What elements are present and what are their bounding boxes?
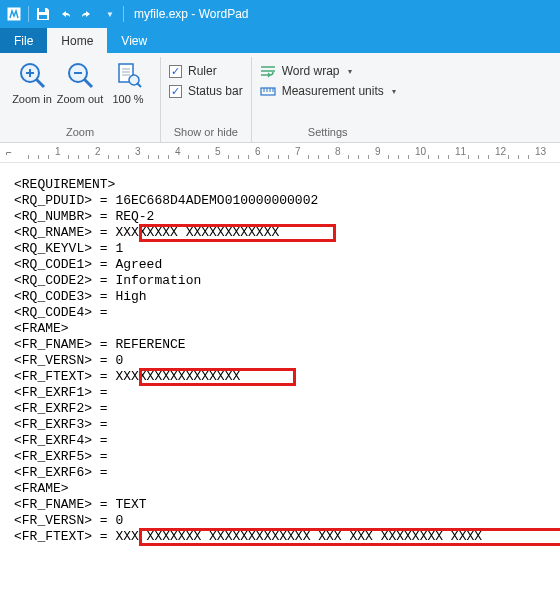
- text-line: <FR_EXRF3> =: [14, 417, 550, 433]
- ruler-number: 4: [175, 146, 181, 157]
- quick-access-toolbar: ▼: [4, 4, 126, 24]
- zoom-100-label: 100 %: [112, 93, 143, 105]
- text-line: <FR_EXRF2> =: [14, 401, 550, 417]
- ruler-number: 13: [535, 146, 546, 157]
- ribbon-tabs: File Home View: [0, 28, 560, 53]
- zoom-out-button[interactable]: Zoom out: [56, 57, 104, 107]
- text-line: <RQ_CODE2> = Information: [14, 273, 550, 289]
- text-line: <FR_FNAME> = TEXT: [14, 497, 550, 513]
- ruler-checkbox[interactable]: ✓ Ruler: [169, 61, 217, 81]
- text-line: <FR_FTEXT> = XXX XXXXXXX XXXXXXXXXXXXX X…: [14, 529, 550, 545]
- ruler-number: 6: [255, 146, 261, 157]
- tab-stop-icon: ⌐: [6, 147, 12, 158]
- ruler-number: 7: [295, 146, 301, 157]
- text-line: <RQ_PDUID> = 16EC668D4ADEMO010000000002: [14, 193, 550, 209]
- redo-icon[interactable]: [77, 4, 97, 24]
- svg-rect-3: [39, 15, 47, 19]
- svg-rect-0: [8, 8, 20, 20]
- text-line: <RQ_KEYVL> = 1: [14, 241, 550, 257]
- highlight-box: [139, 224, 336, 242]
- document-body[interactable]: <REQUIREMENT><RQ_PDUID> = 16EC668D4ADEMO…: [0, 163, 560, 545]
- wordpad-icon[interactable]: [4, 4, 24, 24]
- qat-separator: [28, 6, 29, 22]
- group-zoom: Zoom in Zoom out 100 % Zoom: [0, 57, 161, 142]
- text-line: <RQ_NUMBR> = REQ-2: [14, 209, 550, 225]
- text-line: <FRAME>: [14, 481, 550, 497]
- word-wrap-label: Word wrap: [282, 64, 340, 78]
- tab-home[interactable]: Home: [47, 28, 107, 53]
- ruler-number: 9: [375, 146, 381, 157]
- chevron-down-icon: ▾: [348, 67, 352, 76]
- text-line: <FR_VERSN> = 0: [14, 513, 550, 529]
- qat-separator: [123, 6, 124, 22]
- ruler-number: 11: [455, 146, 466, 157]
- text-line: <RQ_CODE1> = Agreed: [14, 257, 550, 273]
- svg-line-5: [36, 79, 44, 87]
- statusbar-checkbox[interactable]: ✓ Status bar: [169, 81, 243, 101]
- ruler[interactable]: ⌐12345678910111213: [0, 143, 560, 163]
- chevron-down-icon: ▾: [392, 87, 396, 96]
- text-line: <FR_FNAME> = REFERENCE: [14, 337, 550, 353]
- qat-dropdown-icon[interactable]: ▼: [99, 4, 119, 24]
- group-show-label: Show or hide: [169, 124, 243, 142]
- text-line: <FR_EXRF6> =: [14, 465, 550, 481]
- ruler-number: 8: [335, 146, 341, 157]
- save-icon[interactable]: [33, 4, 53, 24]
- tab-file[interactable]: File: [0, 28, 47, 53]
- zoom-out-icon: [64, 59, 96, 91]
- text-line: <FR_EXRF1> =: [14, 385, 550, 401]
- zoom-100-button[interactable]: 100 %: [104, 57, 152, 107]
- wrap-icon: [260, 64, 276, 78]
- group-settings-label: Settings: [260, 124, 396, 142]
- ruler-number: 1: [55, 146, 61, 157]
- zoom-100-icon: [112, 59, 144, 91]
- text-line: <FR_VERSN> = 0: [14, 353, 550, 369]
- checkmark-icon: ✓: [169, 85, 182, 98]
- group-show-hide: ✓ Ruler ✓ Status bar Show or hide: [161, 57, 252, 142]
- text-line: <FR_EXRF5> =: [14, 449, 550, 465]
- measurement-units-button[interactable]: Measurement units ▾: [260, 81, 396, 101]
- statusbar-checkbox-label: Status bar: [188, 84, 243, 98]
- group-zoom-label: Zoom: [8, 124, 152, 142]
- title-bar: ▼ myfile.exp - WordPad: [0, 0, 560, 28]
- text-line: <FRAME>: [14, 321, 550, 337]
- svg-line-16: [137, 83, 141, 87]
- highlight-box: [139, 368, 296, 386]
- ruler-icon: [260, 84, 276, 98]
- text-line: <FR_FTEXT> = XXXXXXXXXXXXXXXX: [14, 369, 550, 385]
- ruler-number: 5: [215, 146, 221, 157]
- zoom-in-button[interactable]: Zoom in: [8, 57, 56, 107]
- ruler-checkbox-label: Ruler: [188, 64, 217, 78]
- highlight-box: [139, 528, 560, 546]
- svg-rect-2: [39, 8, 45, 12]
- ruler-number: 10: [415, 146, 426, 157]
- ruler-number: 2: [95, 146, 101, 157]
- ribbon: Zoom in Zoom out 100 % Zoom ✓ Ruler: [0, 53, 560, 143]
- group-settings: Word wrap ▾ Measurement units ▾ Settings: [252, 57, 404, 142]
- text-line: <RQ_CODE3> = High: [14, 289, 550, 305]
- text-line: <REQUIREMENT>: [14, 177, 550, 193]
- ruler-number: 12: [495, 146, 506, 157]
- text-line: <RQ_RNAME> = XXXXXXXX XXXXXXXXXXXX: [14, 225, 550, 241]
- undo-icon[interactable]: [55, 4, 75, 24]
- zoom-in-label: Zoom in: [12, 93, 52, 105]
- svg-line-9: [84, 79, 92, 87]
- checkmark-icon: ✓: [169, 65, 182, 78]
- zoom-out-label: Zoom out: [57, 93, 103, 105]
- measurement-units-label: Measurement units: [282, 84, 384, 98]
- zoom-in-icon: [16, 59, 48, 91]
- text-line: <RQ_CODE4> =: [14, 305, 550, 321]
- window-title: myfile.exp - WordPad: [134, 7, 249, 21]
- text-line: <FR_EXRF4> =: [14, 433, 550, 449]
- word-wrap-button[interactable]: Word wrap ▾: [260, 61, 352, 81]
- ruler-number: 3: [135, 146, 141, 157]
- tab-view[interactable]: View: [107, 28, 161, 53]
